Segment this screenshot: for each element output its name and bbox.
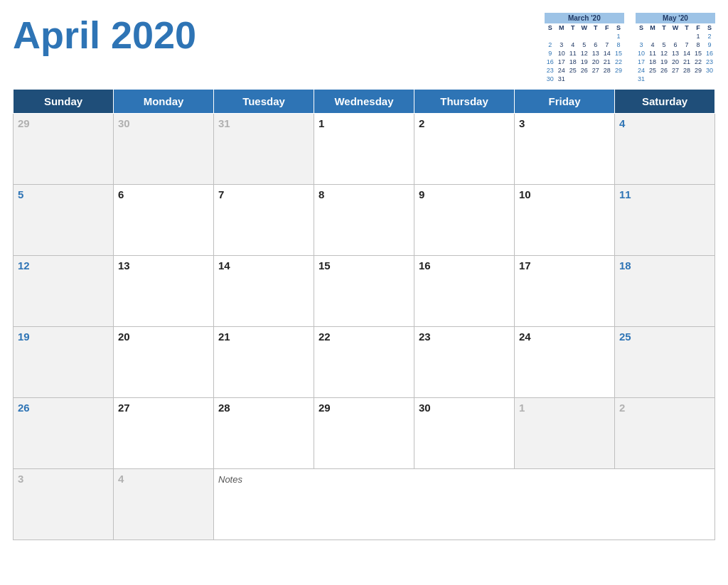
calendar-cell: 9: [414, 185, 515, 256]
day-number: 4: [619, 117, 625, 129]
mini-cal-may-day: [658, 75, 670, 83]
calendar-cell: 16: [414, 256, 515, 327]
calendar-header-saturday: Saturday: [615, 90, 715, 114]
mini-cal-march-day: [567, 75, 579, 83]
day-number: 8: [318, 188, 324, 200]
day-number: 24: [519, 331, 531, 343]
mini-cal-march-day: 28: [601, 66, 613, 75]
day-number: 2: [619, 402, 625, 414]
mini-cal-march-day: 9: [545, 49, 556, 58]
calendar-cell: 8: [314, 185, 414, 256]
day-number: 11: [619, 188, 631, 200]
mini-calendars: March '20 S M T W T F S 1234567891011121…: [545, 13, 715, 83]
day-number: 7: [218, 188, 224, 200]
calendar-header-thursday: Thursday: [414, 90, 515, 114]
calendar-cell: 5: [14, 185, 114, 256]
calendar-cell: 2: [414, 114, 515, 185]
mini-cal-march-day: [579, 32, 590, 41]
mini-cal-may-day: 14: [681, 49, 692, 58]
mini-cal-may-header-m: M: [647, 23, 658, 32]
mini-cal-march-day: 31: [556, 75, 567, 83]
day-number: 18: [619, 259, 631, 272]
mini-cal-march-day: 8: [613, 41, 624, 49]
mini-cal-march: March '20 S M T W T F S 1234567891011121…: [545, 13, 624, 83]
calendar-cell: 19: [14, 327, 114, 398]
mini-cal-may-day: 24: [636, 66, 647, 75]
mini-cal-march-day: [567, 32, 579, 41]
mini-cal-march-day: 7: [601, 41, 613, 49]
mini-cal-may-day: [670, 75, 681, 83]
day-number: 29: [18, 117, 30, 129]
mini-cal-march-day: 26: [579, 66, 590, 75]
day-number: 25: [619, 331, 631, 343]
mini-cal-may-day: 18: [647, 58, 658, 66]
mini-cal-march-header-t1: T: [567, 23, 579, 32]
day-number: 21: [218, 331, 230, 343]
mini-cal-march-day: 23: [545, 66, 556, 75]
day-number: 30: [419, 402, 431, 414]
mini-cal-may-day: 2: [704, 32, 715, 41]
day-number: 1: [318, 117, 324, 129]
calendar-cell: 29: [14, 114, 114, 185]
mini-cal-may-day: 10: [636, 49, 647, 58]
mini-cal-may-header-s1: S: [636, 23, 647, 32]
mini-cal-may-title: May '20: [636, 13, 715, 23]
mini-cal-may-day: 15: [692, 49, 704, 58]
mini-cal-may-day: 11: [647, 49, 658, 58]
calendar-cell: 29: [314, 398, 414, 469]
day-number: 9: [419, 188, 424, 200]
mini-cal-may-day: [647, 75, 658, 83]
mini-cal-march-day: [556, 32, 567, 41]
day-number: 6: [118, 188, 124, 200]
day-number: 2: [419, 117, 424, 129]
mini-cal-march-day: [601, 32, 613, 41]
calendar-cell: 3: [515, 114, 615, 185]
calendar-cell: 27: [114, 398, 214, 469]
day-number: 3: [18, 473, 23, 485]
mini-cal-march-day: 29: [613, 66, 624, 75]
mini-cal-may-day: 31: [636, 75, 647, 83]
day-number: 10: [519, 188, 531, 200]
mini-cal-march-day: 24: [556, 66, 567, 75]
mini-cal-may-day: [681, 75, 692, 83]
calendar-cell: 21: [214, 327, 314, 398]
mini-cal-march-header-s1: S: [545, 23, 556, 32]
mini-cal-may-day: 3: [636, 41, 647, 49]
mini-cal-may-day: 7: [681, 41, 692, 49]
mini-cal-may-day: 16: [704, 49, 715, 58]
mini-cal-march-day: [613, 75, 624, 83]
mini-cal-march-day: [590, 32, 601, 41]
mini-cal-march-day: 19: [579, 58, 590, 66]
calendar-cell: 6: [114, 185, 214, 256]
calendar-cell: 11: [615, 185, 715, 256]
day-number: 29: [318, 402, 331, 414]
calendar-cell: 1: [314, 114, 414, 185]
mini-cal-march-day: 17: [556, 58, 567, 66]
mini-cal-march-title: March '20: [545, 13, 624, 23]
mini-cal-may-header-t2: T: [681, 23, 692, 32]
mini-cal-march-day: [601, 75, 613, 83]
day-number: 1: [519, 402, 525, 414]
calendar-cell: 26: [14, 398, 114, 469]
mini-cal-march-day: 6: [590, 41, 601, 49]
calendar-cell: 14: [214, 256, 314, 327]
mini-cal-march-day: 2: [545, 41, 556, 49]
mini-cal-march-day: 10: [556, 49, 567, 58]
calendar-cell: 3: [14, 469, 114, 540]
mini-cal-may-day: 25: [647, 66, 658, 75]
mini-cal-may-day: 1: [692, 32, 704, 41]
calendar-cell: 18: [615, 256, 715, 327]
day-number: 31: [218, 117, 230, 129]
day-number: 12: [18, 259, 30, 272]
mini-cal-may-day: 28: [681, 66, 692, 75]
calendar-cell: 17: [515, 256, 615, 327]
calendar-cell: 25: [615, 327, 715, 398]
mini-cal-may-day: 27: [670, 66, 681, 75]
day-number: 17: [519, 259, 531, 272]
day-number: 19: [18, 331, 30, 343]
mini-cal-may-day: [636, 32, 647, 41]
mini-cal-may-header-s2: S: [704, 23, 715, 32]
notes-cell: Notes: [214, 469, 715, 540]
calendar-cell: 30: [414, 398, 515, 469]
mini-cal-may-day: 12: [658, 49, 670, 58]
